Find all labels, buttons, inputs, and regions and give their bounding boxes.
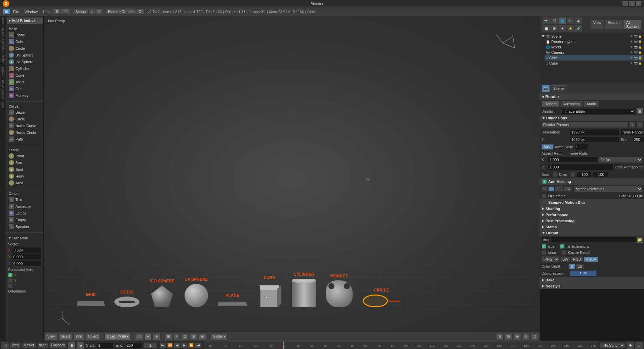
sync-mode-select[interactable]: No Sync: [600, 342, 625, 348]
props-tab-constraints[interactable]: 🔗: [575, 25, 582, 32]
rgb-btn[interactable]: RGB: [571, 257, 583, 262]
view-layout-icon[interactable]: ⊟: [53, 9, 61, 14]
add-hemi-lamp[interactable]: ◑ Hemi: [7, 173, 43, 180]
add-lattice[interactable]: ⊞ Lattice: [7, 210, 43, 217]
aa-8-btn[interactable]: 8: [548, 186, 554, 192]
current-frame-input[interactable]: 1: [144, 342, 157, 348]
props-tab-particles[interactable]: ✦: [559, 25, 566, 32]
presets-remove-btn[interactable]: -: [637, 122, 643, 128]
tab-relations[interactable]: Relations: [1, 38, 5, 53]
stamp-header[interactable]: Stamp: [540, 224, 644, 230]
close-button[interactable]: ✕: [636, 1, 641, 6]
aa-5-btn[interactable]: 5: [541, 186, 548, 192]
freestyle-header[interactable]: freestyle: [540, 283, 644, 289]
menu-window[interactable]: Window: [22, 9, 40, 14]
res-50pct-btn[interactable]: 50%: [541, 144, 554, 150]
menu-help[interactable]: Help: [40, 9, 53, 14]
time-remap-new-input[interactable]: [593, 171, 608, 178]
timeline-audio-btn[interactable]: ♪: [635, 342, 643, 349]
render-presets-input[interactable]: Render Presets: [541, 122, 628, 128]
render-mode-btn[interactable]: ⊞: [496, 333, 504, 340]
start-frame-input[interactable]: [97, 342, 114, 348]
dimensions-section-header[interactable]: Dimensions: [540, 115, 644, 121]
fileext-checkbox[interactable]: ✓: [560, 244, 565, 249]
world-lock-icon[interactable]: 🔒: [638, 45, 642, 49]
props-tab-scene[interactable]: 🎬: [551, 17, 558, 24]
props-tab-material[interactable]: ⬤: [542, 25, 550, 32]
constraint-x-checkbox[interactable]: ✓: [8, 273, 13, 277]
add-armature[interactable]: ✦ Armature: [7, 203, 43, 210]
texture-btn[interactable]: ⊛: [522, 333, 530, 340]
render-tab-audio[interactable]: Audio: [583, 101, 599, 107]
add-sun-lamp[interactable]: ☀ Sun: [7, 159, 43, 166]
outline-tab-allscenes[interactable]: All Scenes: [623, 20, 641, 29]
cube-lock-icon[interactable]: 🔒: [638, 62, 642, 65]
tab-create[interactable]: Create: [1, 26, 5, 38]
jump-end-btn[interactable]: ⏭: [195, 342, 202, 348]
timeline-keyframe-btn[interactable]: ◆: [627, 342, 634, 349]
props-tab-obj[interactable]: □: [567, 17, 574, 24]
tab-misc[interactable]: Misc: [1, 101, 5, 110]
add-nurbs-circle[interactable]: ◎ Nurbs Circle: [7, 129, 43, 136]
outline-tab-view[interactable]: View: [591, 20, 604, 29]
cube-render-icon[interactable]: 📷: [634, 62, 638, 65]
add-monkey[interactable]: ⊛ Monkey: [7, 92, 43, 99]
crop-checkbox[interactable]: [570, 172, 575, 177]
render-engine-selector[interactable]: Blender Render: [106, 9, 136, 14]
snap5-btn[interactable]: ⊠: [199, 333, 206, 340]
outline-camera[interactable]: 📷 Camera 👁 📷 🔒: [545, 50, 643, 55]
tab-physics[interactable]: Physics: [1, 66, 5, 79]
rl-render-icon[interactable]: 📷: [634, 40, 638, 43]
shading-header[interactable]: Shading: [540, 206, 644, 212]
constraint-y-checkbox[interactable]: [8, 278, 13, 283]
timeline-playback-btn[interactable]: Playback: [49, 342, 67, 348]
view-persp-btn[interactable]: ⬭: [135, 333, 143, 340]
output-path-input[interactable]: [541, 237, 636, 243]
props-tab-render[interactable]: 📷: [542, 17, 550, 24]
tab-tools[interactable]: Tools: [1, 16, 5, 26]
menu-file[interactable]: File: [10, 9, 22, 14]
frame-rate-select[interactable]: 24 fps: [599, 157, 643, 163]
add-empty[interactable]: ⊕ Empty: [7, 217, 43, 223]
add-menu-btn[interactable]: Add: [74, 333, 84, 340]
aspect-x-input[interactable]: [548, 157, 598, 163]
aa-11-btn[interactable]: 11: [555, 186, 563, 192]
add-circle-curve[interactable]: ○ Circle: [7, 116, 43, 122]
constraint-z-checkbox[interactable]: [8, 283, 13, 288]
play-back-btn[interactable]: ◀: [174, 342, 180, 348]
display-fullscreen-btn[interactable]: ⊟: [637, 108, 643, 114]
add-cylinder[interactable]: ⊓ Cylinder: [7, 65, 43, 72]
add-nurbs-curve[interactable]: ∿ Nurbs Curve: [7, 122, 43, 129]
post-proc-header[interactable]: Post Processing: [540, 218, 644, 224]
select-menu-btn[interactable]: Select: [58, 333, 73, 340]
view-menu-btn[interactable]: View: [45, 333, 57, 340]
scene-render-icon[interactable]: 📷: [634, 35, 638, 38]
add-cone[interactable]: △ Cone: [7, 72, 43, 79]
add-point-lamp[interactable]: • Point: [7, 153, 43, 159]
add-torus[interactable]: ⊙ Torus: [7, 79, 43, 85]
translate-z-input[interactable]: [12, 261, 41, 267]
outline-cube[interactable]: □ Cube 👁 📷 🔒: [545, 61, 643, 66]
rgba-btn[interactable]: RGBA: [584, 257, 598, 262]
outline-tab-search[interactable]: Search: [605, 20, 622, 29]
add-text[interactable]: T Text: [7, 196, 43, 203]
bake-header[interactable]: Bake: [540, 277, 644, 283]
step-fwd-btn[interactable]: ⏩: [188, 342, 195, 348]
output-section-header[interactable]: Output: [540, 230, 644, 236]
layout-x[interactable]: ✕: [95, 9, 103, 14]
minimize-button[interactable]: _: [622, 1, 628, 6]
scene-selector[interactable]: Scene: [73, 9, 88, 14]
translate-y-input[interactable]: [12, 254, 41, 260]
props-tab-mesh[interactable]: ◆: [575, 17, 582, 24]
performance-header[interactable]: Performance: [540, 212, 644, 218]
frame-range-row[interactable]: [621, 129, 644, 135]
time-remap-old-input[interactable]: [576, 171, 592, 178]
timeline-record2-btn[interactable]: ⏮: [77, 342, 84, 349]
material-btn[interactable]: ⊕: [514, 333, 521, 340]
add-plane[interactable]: ▭ Plane: [7, 32, 43, 38]
add-area-lamp[interactable]: □ Area: [7, 180, 43, 186]
aa-16-btn[interactable]: 16: [564, 186, 572, 192]
resolution-x-input[interactable]: [570, 129, 619, 135]
timeline-mode-icon[interactable]: ⊞: [1, 342, 9, 349]
timeline-frame-btn[interactable]: rame: [37, 342, 48, 348]
